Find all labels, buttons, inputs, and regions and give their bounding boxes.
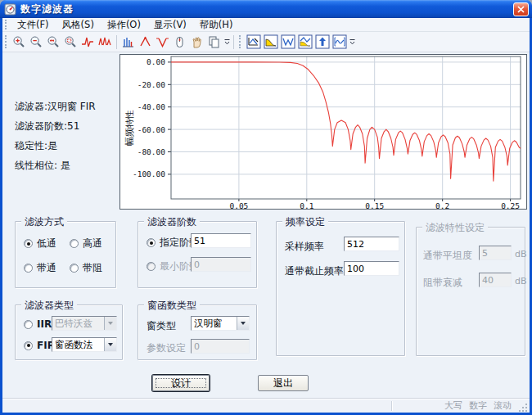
radio-button[interactable] [24,264,33,273]
sampling-rate-input[interactable] [344,237,399,251]
svg-text:0.05: 0.05 [229,201,248,209]
oscilloscope-button[interactable] [331,34,348,51]
pan-hand-icon [190,35,204,49]
group-filter-mode: 滤波方式 低通 高通 带通 带阻 [15,221,116,288]
parameter-label: 参数设定 [147,341,186,355]
radio-button[interactable] [70,239,79,248]
passband-cutoff-label: 通带截止频率 [285,264,344,278]
copy-button[interactable] [205,34,223,51]
app-window: 数字滤波器 文件(F) 风格(S) 操作(O) 显示(V) 帮助(H) [0,0,532,415]
num-indicator: 数字 [466,399,490,412]
chevron-down-icon[interactable] [237,317,249,330]
combo-response-button[interactable] [296,34,313,51]
impulse-response-button[interactable] [119,34,137,51]
fir-method-combo[interactable]: 窗函数法 [52,337,117,352]
time-response-button[interactable] [245,34,262,51]
filter-info: 滤波器:汉明窗 FIR 滤波器阶数:51 稳定性:是 线性相位: 是 [15,97,96,175]
exit-button[interactable]: 退出 [258,375,309,391]
chevron-down-icon [104,317,116,330]
menu-view[interactable]: 显示(V) [147,18,193,32]
valley-marker-icon [156,35,169,49]
group-title: 滤波特性设定 [422,221,488,235]
radio-button[interactable] [24,320,33,329]
impulse-response-icon [121,35,135,49]
sampling-rate-label: 采样频率 [285,240,324,254]
status-bar: 大写 数字 滚动 [2,398,530,413]
group-title: 滤波器阶数 [144,215,200,229]
menu-gripper [5,20,7,29]
radio-iir[interactable]: IIR [24,318,52,330]
group-title: 滤波方式 [21,215,67,229]
zoom-out-icon [29,35,43,49]
radio-bandstop[interactable]: 带阻 [70,261,102,275]
svg-text:0.15: 0.15 [365,201,384,209]
mouse-pointer-button[interactable] [171,34,188,51]
window-type-combo[interactable]: 汉明窗 [191,316,250,331]
combo-response-icon [298,34,313,49]
stopband-attenuation-input [479,273,512,287]
svg-text:-40.00: -40.00 [138,102,166,111]
peak-marker-button[interactable] [137,34,154,51]
svg-text:-80.00: -80.00 [138,147,166,156]
chevron-down-icon [224,39,230,45]
radio-button[interactable] [147,262,156,271]
resize-grip[interactable] [518,403,528,413]
radio-button[interactable] [147,238,156,247]
close-button[interactable] [513,2,529,16]
menu-operate[interactable]: 操作(O) [101,18,147,32]
design-button[interactable]: 设计 [152,375,210,391]
radio-bandpass[interactable]: 带通 [24,261,56,275]
radio-button[interactable] [70,264,79,273]
scroll-indicator: 滚动 [490,399,515,412]
zoom-out-button[interactable] [28,34,45,51]
toolbar-overflow-1[interactable] [223,34,231,51]
radio-button[interactable] [24,239,33,248]
signal-pulse-button[interactable] [79,34,97,51]
group-title: 频率设定 [282,215,328,229]
title-bar[interactable]: 数字滤波器 [0,0,532,18]
info-filter-order: 滤波器阶数:51 [15,116,96,136]
db-unit-label: dB [515,249,527,259]
toolbar-separator [233,35,234,49]
svg-text:-100.00: -100.00 [133,169,165,178]
menu-file[interactable]: 文件(F) [11,18,56,32]
radio-highpass[interactable]: 高通 [70,237,102,250]
zoom-selection-button[interactable] [62,34,79,51]
signal-pulse-double-button[interactable] [97,34,114,51]
menu-help[interactable]: 帮助(H) [193,18,240,32]
svg-text:0.25: 0.25 [501,201,520,209]
zoom-horizontal-icon [47,35,61,49]
menu-bar: 文件(F) 风格(S) 操作(O) 显示(V) 帮助(H) [2,18,530,32]
order-input[interactable] [191,233,251,248]
svg-text:0.00: 0.00 [147,57,165,66]
passband-cutoff-input[interactable] [344,261,399,276]
menu-style[interactable]: 风格(S) [56,18,101,32]
chart-plot[interactable]: 0.050.10.150.20.250.00-20.00-40.00-60.00… [120,55,526,209]
signal-pulse-icon [81,35,95,49]
radio-lowpass[interactable]: 低通 [24,237,56,250]
passband-flatness-label: 通带平坦度 [423,249,472,263]
valley-marker-button[interactable] [154,34,171,51]
zoom-horizontal-button[interactable] [45,34,62,51]
chevron-down-icon[interactable] [104,338,116,351]
wave-response-button[interactable] [279,34,296,51]
svg-text:0.1: 0.1 [300,201,313,209]
magnitude-area-button[interactable] [262,34,279,51]
peak-marker-icon [138,35,152,49]
mouse-pointer-icon [173,35,187,49]
radio-fir[interactable]: FIR [24,340,55,351]
window-type-label: 窗类型 [147,319,176,333]
group-frequency: 频率设定 采样频率 通带截止频率 [276,221,405,356]
iir-method-combo: 巴特沃兹 [52,316,117,331]
info-filter-type: 滤波器:汉明窗 FIR [15,97,96,116]
zoom-in-button[interactable] [11,34,28,51]
pan-hand-button[interactable] [188,34,205,51]
toolbar-overflow-2[interactable] [348,34,356,51]
radio-button[interactable] [24,341,33,350]
magnitude-response-chart[interactable]: 0.050.10.150.20.250.00-20.00-40.00-60.00… [119,54,527,210]
toolbar-gripper-2 [239,35,241,49]
export-up-button[interactable] [313,34,331,51]
close-icon [517,6,525,13]
oscilloscope-icon [332,34,347,49]
toolbar [2,32,530,52]
